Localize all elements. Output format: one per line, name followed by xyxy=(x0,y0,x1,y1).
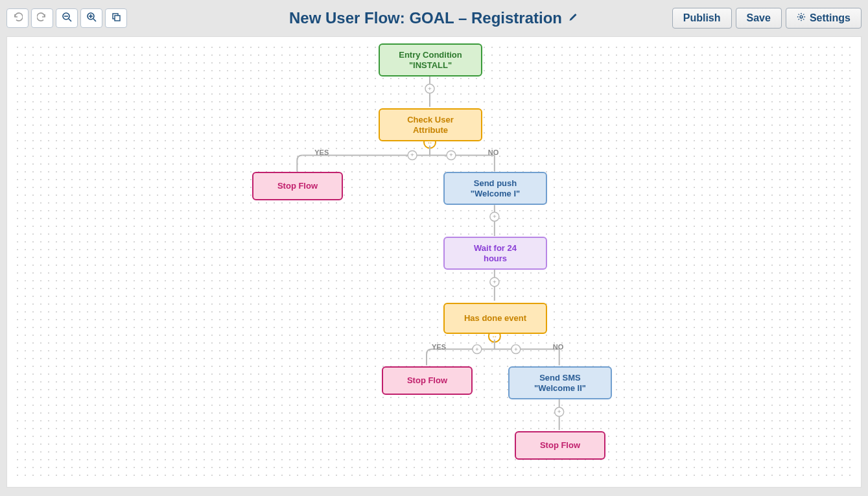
svg-text:YES: YES xyxy=(314,148,329,156)
toolbar: New User Flow: GOAL – Registration Publi… xyxy=(0,0,868,36)
svg-text:+: + xyxy=(557,408,561,415)
svg-point-17 xyxy=(408,151,417,160)
node-sublabel: "Welcome I" xyxy=(450,189,541,199)
copy-icon xyxy=(111,12,121,25)
zoom-out-icon xyxy=(62,12,72,25)
svg-text:+: + xyxy=(475,346,479,353)
edit-title-button[interactable] xyxy=(569,12,579,25)
undo-icon xyxy=(12,12,23,25)
copy-button[interactable] xyxy=(105,8,127,28)
node-stop-flow-1[interactable]: Stop Flow xyxy=(252,172,343,200)
svg-point-42 xyxy=(555,407,564,416)
save-button[interactable]: Save xyxy=(736,8,782,29)
zoom-out-button[interactable] xyxy=(56,8,78,28)
node-stop-flow-3[interactable]: Stop Flow xyxy=(515,431,605,460)
zoom-in-button[interactable] xyxy=(80,8,102,28)
publish-button[interactable]: Publish xyxy=(672,8,732,29)
node-label: Send push xyxy=(474,178,517,188)
svg-text:+: + xyxy=(410,151,414,158)
svg-point-20 xyxy=(447,151,456,160)
node-send-push[interactable]: Send push "Welcome I" xyxy=(443,172,547,205)
node-label: Send SMS xyxy=(539,373,581,383)
svg-text:NO: NO xyxy=(488,148,499,156)
node-label: Check User xyxy=(407,115,454,124)
svg-point-34 xyxy=(473,345,482,354)
node-stop-flow-2[interactable]: Stop Flow xyxy=(382,366,473,395)
svg-text:NO: NO xyxy=(553,343,564,351)
toolbar-right: Publish Save Settings xyxy=(672,8,862,29)
undo-button[interactable] xyxy=(6,8,29,28)
node-label: Wait for 24 xyxy=(474,243,517,253)
node-label: Has done event xyxy=(464,313,526,323)
node-label: Entry Condition xyxy=(399,50,462,60)
settings-label: Settings xyxy=(810,12,850,24)
title-wrap: New User Flow: GOAL – Registration xyxy=(289,9,579,27)
page-title: New User Flow: GOAL – Registration xyxy=(289,9,562,27)
svg-point-9 xyxy=(800,16,803,18)
node-label: Stop Flow xyxy=(407,375,447,385)
svg-line-1 xyxy=(69,19,71,21)
node-sublabel: "Welcome II" xyxy=(515,383,605,394)
svg-text:+: + xyxy=(428,85,432,92)
svg-text:↔: ↔ xyxy=(491,333,497,340)
redo-icon xyxy=(37,12,47,25)
zoom-in-icon xyxy=(86,12,97,25)
node-label: Stop Flow xyxy=(540,440,580,450)
settings-button[interactable]: Settings xyxy=(786,8,862,29)
gear-icon xyxy=(797,12,806,24)
toolbar-left xyxy=(6,8,127,28)
node-wait[interactable]: Wait for 24 hours xyxy=(443,237,547,270)
svg-point-37 xyxy=(511,345,521,354)
svg-point-25 xyxy=(490,212,499,221)
node-entry-condition[interactable]: Entry Condition "INSTALL" xyxy=(379,43,482,77)
svg-text:+: + xyxy=(493,278,497,285)
svg-rect-8 xyxy=(115,16,120,21)
svg-text:+: + xyxy=(449,151,453,158)
svg-text:+: + xyxy=(514,346,518,353)
svg-point-28 xyxy=(490,278,499,287)
svg-text:YES: YES xyxy=(432,343,446,351)
svg-line-4 xyxy=(93,19,96,21)
node-sublabel: Attribute xyxy=(385,125,476,136)
canvas-outer: + ↔ + YES + NO + + ↔ xyxy=(6,36,862,488)
flow-canvas[interactable]: + ↔ + YES + NO + + ↔ xyxy=(12,42,856,482)
node-check-user-attribute[interactable]: Check User Attribute xyxy=(379,108,482,141)
pencil-icon xyxy=(569,13,579,24)
node-label: Stop Flow xyxy=(277,181,318,191)
node-sublabel: "INSTALL" xyxy=(385,60,476,71)
redo-button[interactable] xyxy=(31,8,53,28)
svg-point-11 xyxy=(425,84,434,93)
node-send-sms[interactable]: Send SMS "Welcome II" xyxy=(508,366,612,399)
svg-text:+: + xyxy=(493,213,497,220)
node-has-done-event[interactable]: Has done event xyxy=(443,303,547,334)
node-sublabel: hours xyxy=(450,254,541,264)
